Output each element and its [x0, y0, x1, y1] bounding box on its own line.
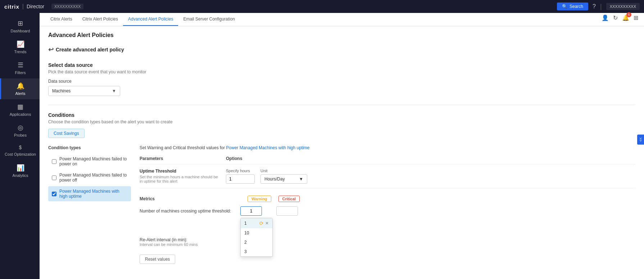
data-source-title: Select data source: [48, 62, 635, 68]
help-icon[interactable]: ?: [593, 3, 596, 10]
conditions-title: Conditions: [48, 112, 635, 118]
specify-hours-input[interactable]: [226, 174, 255, 184]
re-alert-desc: Interval can be minimum 60 mins: [140, 242, 240, 247]
critical-badge: Critical: [278, 196, 300, 202]
re-alert-label-col: Re-Alert interval (in min): Interval can…: [140, 237, 240, 247]
user-profile-icon[interactable]: 👤: [602, 14, 609, 21]
sidebar-item-cost-optimization[interactable]: $ Cost Optimization: [0, 141, 40, 160]
reset-values-button[interactable]: Reset values: [140, 255, 175, 264]
unit-label: Unit: [260, 169, 307, 173]
condition-info-text: Set Warning and Critical threshold value…: [140, 145, 635, 150]
popup-item-2[interactable]: 2: [241, 238, 272, 247]
popup-close-icon[interactable]: ✕: [265, 221, 269, 226]
re-alert-label: Re-Alert interval (in min):: [140, 237, 240, 242]
popup-item-1[interactable]: 1 ⟳ ✕: [241, 218, 272, 228]
metric-row-label: Number of machines crossing uptime thres…: [140, 209, 240, 214]
search-label: Search: [570, 4, 583, 9]
data-source-value: Machines: [52, 88, 71, 93]
popup-item-3[interactable]: 3: [241, 247, 272, 256]
condition-high-uptime[interactable]: Power Managed Machines with high uptime: [48, 186, 131, 201]
re-alert-row: Re-Alert interval (in min): Interval can…: [140, 237, 635, 247]
sidebar-item-analytics[interactable]: 📊 Analytics: [0, 160, 40, 181]
divider-1: [48, 105, 635, 105]
breadcrumb-area: XXXXXXXXXX: [44, 4, 557, 9]
popup-value-2: 2: [244, 240, 247, 245]
refresh-icon[interactable]: ↻: [613, 14, 618, 21]
sidebar: ⊞ Dashboard 📈 Trends ☰ Filters 🔔 Alerts …: [0, 13, 40, 279]
select-data-source-section: Select data source Pick the data source …: [48, 62, 635, 96]
popup-value-10: 10: [244, 230, 249, 235]
tab-bar: Citrix Alerts Citrix Alert Policies Adva…: [40, 13, 644, 26]
separator: |: [22, 3, 24, 10]
tab-citrix-alert-policies[interactable]: Citrix Alert Policies: [77, 13, 123, 26]
cost-optimization-icon: $: [19, 145, 22, 150]
sidebar-item-alerts[interactable]: 🔔 Alerts: [0, 78, 40, 99]
param-hours-group: Specify hours: [226, 169, 255, 184]
floating-right-button[interactable]: >>: [637, 134, 644, 145]
content-area: Citrix Alerts Citrix Alert Policies Adva…: [40, 13, 644, 279]
tab-citrix-alerts[interactable]: Citrix Alerts: [45, 13, 77, 26]
grid-icon[interactable]: ⊞: [634, 14, 638, 21]
breadcrumb: XXXXXXXXXX: [51, 4, 83, 9]
cost-savings-button[interactable]: Cost Savings: [48, 129, 85, 138]
sidebar-item-label-applications: Applications: [10, 112, 31, 116]
condition-high-uptime-label: Power Managed Machines with high uptime: [59, 189, 127, 199]
sidebar-item-filters[interactable]: ☰ Filters: [0, 58, 40, 78]
warning-value-input[interactable]: [240, 206, 262, 216]
warning-badge: Warning: [248, 196, 271, 202]
condition-failed-power-off[interactable]: Power Managed Machines failed to power o…: [48, 170, 131, 185]
search-button[interactable]: 🔍 Search: [557, 3, 588, 10]
top-nav-right: 🔍 Search ? | XXXXXXXXXX: [557, 3, 640, 10]
param-opts-col: Specify hours Unit Hours/Day ▼: [226, 169, 635, 184]
sidebar-item-probes[interactable]: ◎ Probes: [0, 120, 40, 141]
param-name-col: Uptime Threshold Set the minimum hours a…: [140, 169, 219, 183]
warning-input-container: 1 ⟳ ✕ 10: [240, 206, 269, 216]
data-source-field-label: Data source: [48, 79, 635, 84]
applications-icon: ▦: [17, 103, 23, 111]
filters-icon: ☰: [18, 61, 23, 69]
top-nav: citrix | Director XXXXXXXXXX 🔍 Search ? …: [0, 0, 644, 13]
sidebar-item-label-dashboard: Dashboard: [11, 29, 30, 33]
conditions-section: Conditions Choose the condition types ba…: [48, 112, 635, 264]
dropdown-popup: 1 ⟳ ✕ 10: [240, 218, 273, 257]
sidebar-item-applications[interactable]: ▦ Applications: [0, 99, 40, 120]
param-desc: Set the minimum hours a machine should b…: [140, 175, 219, 183]
sidebar-item-label-filters: Filters: [15, 70, 26, 75]
data-source-dropdown[interactable]: Machines ▼: [48, 86, 120, 96]
notifications-badge[interactable]: 🔔 5: [622, 14, 629, 21]
sidebar-item-label-probes: Probes: [14, 133, 27, 137]
sidebar-item-label-analytics: Analytics: [12, 173, 28, 178]
page-title: Advanced Alert Policies: [48, 32, 635, 38]
sidebar-item-label-cost-optimization: Cost Optimization: [5, 152, 36, 157]
tab-email-server-configuration[interactable]: Email Server Configuration: [178, 13, 240, 26]
condition-failed-power-on-checkbox[interactable]: [52, 159, 56, 164]
trends-icon: 📈: [17, 40, 24, 48]
back-button[interactable]: ↩ Create advanced alert policy: [48, 46, 124, 54]
sidebar-item-trends[interactable]: 📈 Trends: [0, 37, 40, 58]
param-unit-group: Unit Hours/Day ▼: [260, 169, 307, 184]
dashboard-icon: ⊞: [18, 19, 23, 27]
dropdown-arrow-icon: ▼: [112, 88, 116, 93]
condition-high-uptime-checkbox[interactable]: [52, 192, 56, 196]
info-link[interactable]: Power Managed Machines with high uptime: [226, 145, 309, 150]
search-icon: 🔍: [562, 4, 567, 9]
params-header-options: Options: [226, 156, 635, 161]
sidebar-item-dashboard[interactable]: ⊞ Dashboard: [0, 16, 40, 37]
condition-failed-power-on[interactable]: Power Managed Machines failed to power o…: [48, 154, 131, 169]
nav-divider: |: [600, 3, 602, 10]
top-right-icons: 👤 ↻ 🔔 5 ⊞: [602, 14, 638, 21]
unit-value: Hours/Day: [264, 177, 285, 182]
analytics-icon: 📊: [17, 164, 24, 172]
sidebar-item-label-trends: Trends: [14, 50, 27, 54]
param-row-uptime: Uptime Threshold Set the minimum hours a…: [140, 164, 635, 188]
info-prefix: Set Warning and Critical threshold value…: [140, 145, 225, 150]
critical-value-input[interactable]: [276, 206, 298, 216]
director-title: Director: [27, 4, 44, 9]
condition-detail-panel: Set Warning and Critical threshold value…: [131, 145, 635, 264]
tab-advanced-alert-policies[interactable]: Advanced Alert Policies: [123, 13, 178, 26]
condition-failed-power-off-checkbox[interactable]: [52, 175, 56, 180]
popup-item-10[interactable]: 10: [241, 228, 272, 238]
citrix-logo: citrix: [4, 4, 19, 10]
unit-dropdown[interactable]: Hours/Day ▼: [260, 174, 307, 184]
user-button[interactable]: XXXXXXXXXX: [606, 3, 640, 10]
